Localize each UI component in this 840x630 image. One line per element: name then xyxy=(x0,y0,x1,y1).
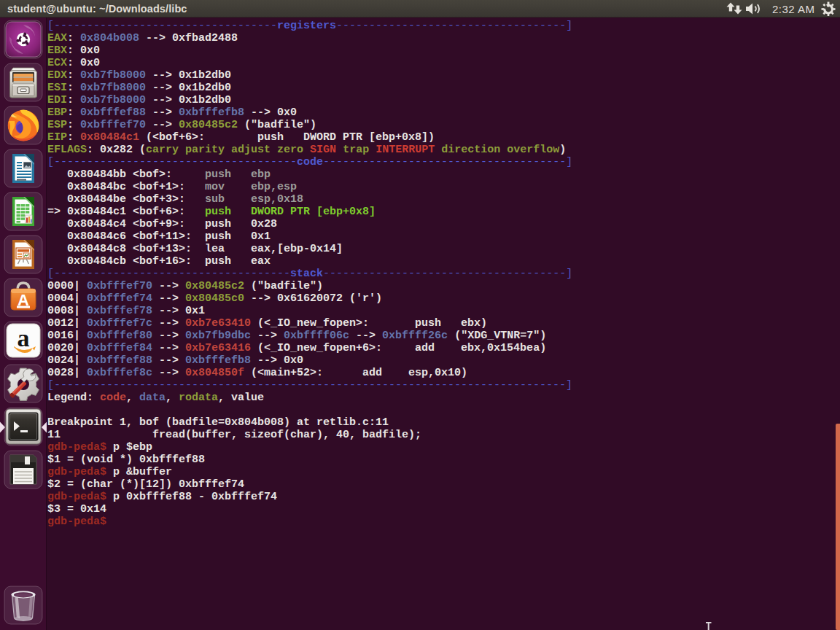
svg-text:a: a xyxy=(18,324,30,351)
